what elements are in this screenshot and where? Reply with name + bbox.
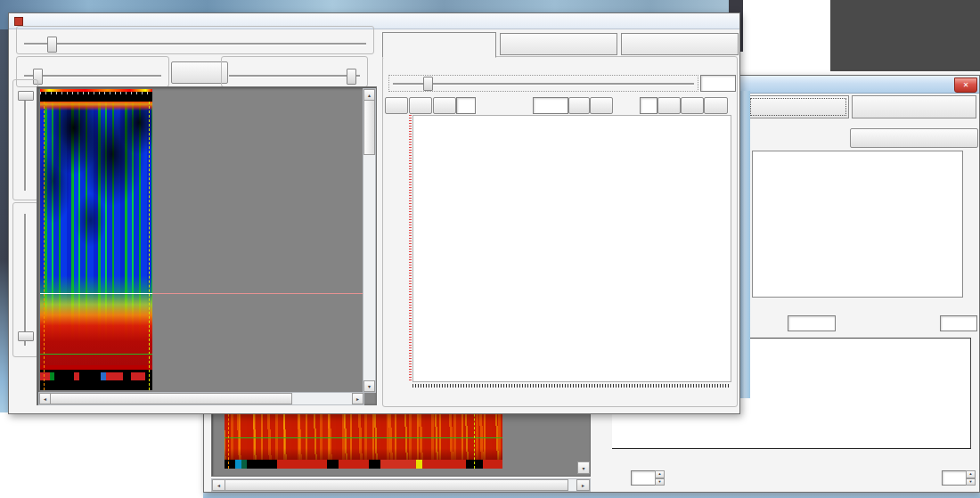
zoom-group (16, 26, 374, 54)
xaxis-minor-ticks (412, 384, 731, 388)
scroll-right-icon[interactable]: ▸ (576, 479, 590, 491)
right-position-thumb[interactable] (347, 69, 356, 85)
profile-y-axis (390, 115, 410, 382)
profile-x-axis (412, 388, 731, 396)
max2-spinner[interactable]: ▲▼ (966, 470, 976, 486)
desktop: ✕ ▲▼ ▲▼ (0, 0, 980, 498)
tab-analysis[interactable] (621, 33, 739, 55)
heatmap-y-axis (40, 89, 76, 390)
scroll-thumb[interactable] (225, 479, 568, 491)
filename-field[interactable] (533, 97, 568, 114)
scroll-down-icon[interactable]: ▾ (363, 380, 375, 392)
profile-cursor-line-extension (152, 293, 363, 294)
bottom-slider-group (12, 202, 38, 357)
dark-desktop-block (830, 0, 980, 71)
close-button[interactable]: ✕ (954, 78, 977, 93)
back-vscroll-button[interactable]: ▾ (577, 461, 590, 474)
analysis-slider-thumb[interactable] (423, 77, 433, 91)
hist-intensity-ticks (612, 449, 970, 456)
max2-field[interactable] (942, 470, 967, 486)
profile-chart[interactable] (412, 115, 731, 382)
min-spinner[interactable]: ▲▼ (655, 470, 665, 486)
height-profile-window[interactable]: ▴ ▾ ◂ ▸ (8, 12, 740, 414)
left-bound-line (44, 102, 45, 390)
zoom-slider-thumb[interactable] (47, 37, 57, 53)
right-value-field[interactable] (640, 97, 657, 114)
spin-up-icon[interactable]: ▲ (966, 470, 976, 478)
spin-up-icon[interactable]: ▲ (655, 470, 665, 478)
left-position-group (16, 56, 169, 87)
app-icon (14, 17, 23, 26)
left-window-sliver (0, 29, 8, 412)
bottom-slider[interactable] (24, 214, 26, 346)
export-csv-button[interactable] (171, 61, 228, 84)
close-icon: ✕ (963, 81, 969, 89)
analysis-value-field[interactable] (700, 75, 736, 92)
tab-analysis[interactable] (852, 95, 976, 118)
analysis-slider[interactable] (393, 83, 694, 85)
scroll-right-icon[interactable]: ▸ (352, 393, 363, 404)
scroll-thumb[interactable] (50, 393, 292, 404)
profile-cursor-line (40, 293, 152, 294)
right-bound-line (149, 102, 150, 390)
spin-down-icon[interactable]: ▼ (966, 478, 976, 486)
back-heatmap-bottom-strip (225, 460, 502, 469)
left-position-slider[interactable] (24, 75, 161, 77)
min-field[interactable] (631, 470, 656, 486)
nudge-right-8us-button[interactable] (657, 97, 681, 114)
export-hist-dist-button[interactable] (850, 128, 978, 148)
right-position-group (221, 56, 368, 87)
heatmap-panel: ▴ ▾ ◂ ▸ (37, 86, 377, 405)
tab-distribution[interactable] (500, 33, 617, 55)
bmp-export-button[interactable] (590, 97, 613, 114)
cursor-line-green (40, 354, 152, 355)
bottom-slider-thumb[interactable] (18, 331, 34, 341)
back-hscrollbar[interactable]: ◂ ▸ (211, 478, 591, 492)
left-value-field[interactable] (456, 97, 476, 114)
top-slider-group (12, 79, 38, 200)
csv-export-button[interactable] (568, 97, 590, 114)
nudge-left-8us-button[interactable] (433, 97, 456, 114)
nudge-left-2us-button[interactable] (385, 97, 408, 114)
tab-distribution[interactable] (747, 95, 849, 118)
analysis-slider-frame (388, 75, 698, 92)
max-field[interactable] (788, 315, 836, 331)
top-slider-thumb[interactable] (18, 91, 34, 101)
top-slider[interactable] (24, 91, 26, 191)
distribution-chart (752, 151, 963, 298)
heatmap-image[interactable] (40, 89, 152, 390)
cursor-line-green (225, 437, 502, 438)
nudge-right-2us-button[interactable] (704, 97, 728, 114)
heatmap-hscrollbar[interactable]: ◂ ▸ (38, 392, 364, 405)
scroll-left-icon[interactable]: ◂ (212, 479, 225, 491)
nudge-left-6us-button[interactable] (409, 97, 432, 114)
avg-field[interactable] (940, 315, 977, 331)
spin-down-icon[interactable]: ▼ (655, 478, 665, 486)
heatmap-vscrollbar[interactable]: ▴ ▾ (363, 88, 376, 393)
right-position-slider[interactable] (229, 75, 360, 77)
nudge-right-6us-button[interactable] (681, 97, 704, 114)
hist-lifetime-ticks (612, 456, 970, 463)
zoom-slider[interactable] (24, 43, 366, 45)
scroll-thumb[interactable] (363, 100, 375, 155)
tab-height-profile[interactable] (382, 32, 496, 58)
